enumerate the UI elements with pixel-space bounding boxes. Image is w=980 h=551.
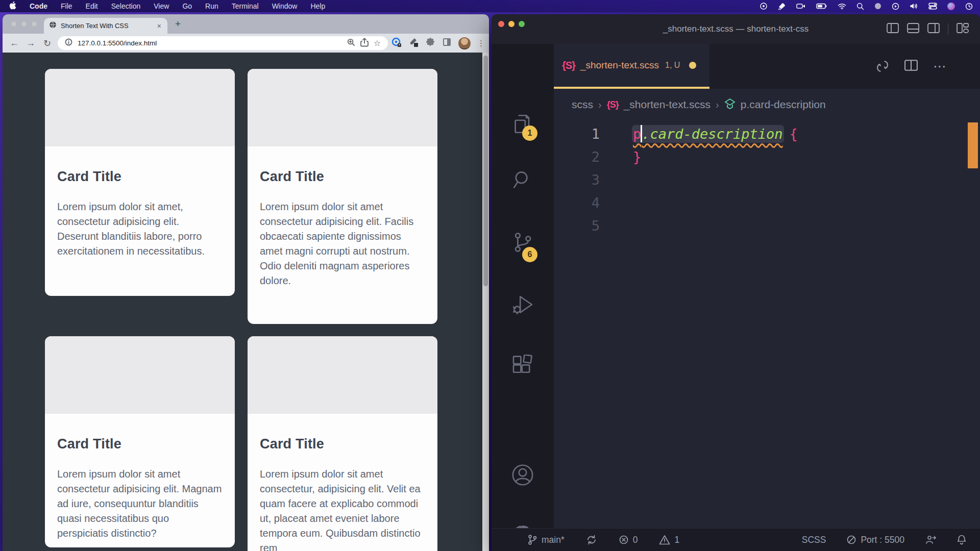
record-target-icon[interactable] (760, 2, 768, 10)
browser-tab[interactable]: Shorten Text With CSS × (44, 18, 167, 34)
sync-changes-item[interactable] (586, 534, 597, 545)
siri-icon[interactable] (947, 3, 955, 10)
warnings-item[interactable]: 1 (659, 535, 679, 545)
profile-avatar[interactable] (458, 37, 471, 49)
activity-bar: 1 6 (492, 44, 554, 528)
menu-help[interactable]: Help (310, 2, 325, 10)
toggle-secondary-sidebar-icon[interactable] (927, 23, 940, 35)
spotlight-search-icon[interactable] (856, 3, 864, 10)
code-line-1[interactable]: p.card-description{ (633, 122, 798, 145)
menubar-app-name[interactable]: Code (30, 2, 47, 10)
language-mode: SCSS (802, 535, 826, 545)
card-1: Card Title Lorem ipsum dolor sit amet, c… (45, 69, 235, 296)
breadcrumb-symbol[interactable]: p.card-description (741, 98, 826, 111)
errors-item[interactable]: 0 (619, 535, 638, 545)
card-3-title: Card Title (57, 436, 223, 452)
toggle-primary-sidebar-icon[interactable] (887, 23, 899, 35)
card-2-description: Lorem ipsum dolor sit amet consectetur a… (260, 199, 425, 288)
explorer-badge: 1 (522, 126, 537, 141)
editor-more-actions-icon[interactable]: ⋯ (933, 59, 946, 74)
minimize-window-button[interactable] (508, 21, 514, 27)
code-lines[interactable]: p.card-description{ } (633, 122, 798, 168)
symbol-rule-icon (724, 98, 736, 112)
card-2-image-placeholder (248, 69, 437, 146)
new-tab-button[interactable]: + (175, 18, 181, 30)
breadcrumb-file[interactable]: _shorten-text.scss (624, 98, 710, 111)
language-mode-item[interactable]: SCSS (802, 535, 826, 545)
git-branch-item[interactable]: main* (527, 534, 565, 545)
page-scrollbar[interactable] (482, 53, 489, 551)
card-1-description: Lorem ipsum dolor sit amet, consectetur … (57, 199, 223, 259)
menu-run[interactable]: Run (205, 2, 218, 10)
forward-icon[interactable]: → (26, 38, 35, 48)
breadcrumb-folder[interactable]: scss (572, 98, 593, 111)
error-count: 0 (633, 535, 638, 545)
code-line-2[interactable]: } (633, 145, 798, 168)
menu-file[interactable]: File (61, 2, 72, 10)
menu-selection[interactable]: Selection (111, 2, 141, 10)
page-scrollbar-thumb[interactable] (483, 56, 488, 286)
colorpicker-extension-icon[interactable] (408, 37, 419, 49)
selector-class-token[interactable]: .card-description (642, 126, 782, 142)
close-brace-token[interactable]: } (633, 149, 641, 165)
feedback-icon[interactable] (925, 535, 936, 545)
editor-tab-decoration: 1, U (665, 61, 680, 70)
rocket-icon[interactable] (778, 2, 786, 10)
zoom-page-icon[interactable] (347, 38, 355, 48)
toggle-panel-icon[interactable] (907, 23, 919, 35)
screen-record-icon[interactable] (892, 3, 899, 10)
search-icon[interactable] (510, 168, 535, 192)
card-2-title: Card Title (260, 169, 425, 185)
wifi-icon[interactable] (838, 3, 846, 10)
menu-terminal[interactable]: Terminal (232, 2, 259, 10)
volume-icon[interactable] (910, 3, 918, 10)
vscode-window: _shorten-text.scss — shorten-text-css 1 (492, 14, 980, 551)
reload-icon[interactable]: ↻ (43, 38, 51, 49)
browser-menu-icon[interactable]: ⋮ (477, 39, 485, 48)
menu-view[interactable]: View (154, 2, 169, 10)
unsaved-changes-icon[interactable] (689, 62, 696, 69)
line-number-gutter: 1 2 3 4 5 (554, 122, 600, 237)
control-center-icon[interactable] (928, 3, 937, 10)
card-1-title: Card Title (57, 169, 223, 185)
notifications-bell-icon[interactable] (957, 534, 967, 545)
bookmark-star-icon[interactable]: ☆ (374, 38, 381, 48)
split-editor-icon[interactable] (904, 60, 918, 73)
open-brace-token[interactable]: { (790, 126, 798, 142)
account-icon[interactable] (510, 463, 535, 487)
minimize-window-button[interactable] (21, 21, 27, 27)
vscode-titlebar[interactable]: _shorten-text.scss — shorten-text-css (492, 14, 980, 44)
zoom-window-button[interactable] (519, 21, 525, 27)
side-panel-icon[interactable] (442, 37, 452, 49)
close-window-button[interactable] (11, 21, 17, 27)
editor-tab[interactable]: {S} _shorten-text.scss 1, U (554, 44, 709, 89)
customize-layout-icon[interactable] (957, 23, 969, 35)
code-editor[interactable]: 1 2 3 4 5 p.card-description{ } (554, 120, 980, 528)
status-dot-icon[interactable] (874, 3, 881, 10)
open-changes-icon[interactable] (876, 60, 889, 73)
menu-go[interactable]: Go (182, 2, 192, 10)
run-debug-icon[interactable] (510, 292, 535, 317)
battery-icon[interactable] (816, 3, 827, 9)
video-camera-icon[interactable] (796, 3, 806, 10)
selector-element-token[interactable]: p (633, 126, 641, 142)
close-window-button[interactable] (498, 21, 504, 27)
menu-edit[interactable]: Edit (86, 2, 98, 10)
line-number: 5 (554, 214, 600, 237)
line-number: 1 (554, 122, 600, 145)
clock-icon[interactable] (965, 3, 973, 10)
password-manager-extension-icon[interactable] (391, 37, 402, 49)
extensions-puzzle-icon[interactable] (425, 37, 435, 49)
apple-icon[interactable] (9, 1, 16, 11)
zoom-window-button[interactable] (31, 21, 37, 27)
card-4-title: Card Title (260, 436, 425, 452)
live-server-port-item[interactable]: Port : 5500 (846, 535, 904, 545)
share-icon[interactable] (360, 38, 369, 49)
menu-window[interactable]: Window (272, 2, 298, 10)
site-info-icon[interactable] (65, 38, 72, 48)
address-bar[interactable]: 127.0.0.1:5500/index.html ☆ (58, 36, 388, 50)
extensions-icon[interactable] (510, 355, 535, 379)
tab-close-icon[interactable]: × (156, 22, 162, 30)
url-text[interactable]: 127.0.0.1:5500/index.html (78, 39, 342, 47)
back-icon[interactable]: ← (10, 38, 19, 48)
